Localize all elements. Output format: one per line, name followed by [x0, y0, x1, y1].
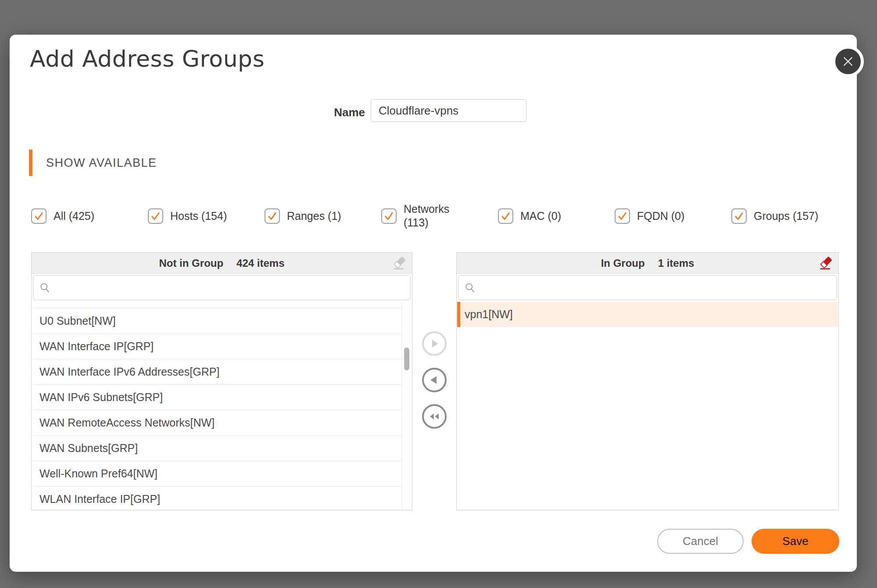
list-item-label: WAN Interface IPv6 Addresses[GRP] [39, 366, 219, 378]
type-filter[interactable]: Groups (157) [731, 208, 818, 224]
clear-group-eraser-icon[interactable] [817, 255, 835, 272]
in-group-list: vpn1[NW] [457, 302, 838, 509]
add-address-groups-dialog: Add Address Groups Name SHOW AVAILABLE A… [10, 35, 857, 572]
list-item[interactable]: WAN RemoteAccess Networks[NW] [32, 410, 402, 436]
not-in-group-list: U0 Subnet[NW] WAN Interface IP[GRP] WAN … [32, 302, 402, 509]
type-filter-row: All (425) Hosts (154) Ranges (1) [31, 198, 818, 234]
type-filter[interactable]: Ranges (1) [265, 208, 381, 224]
panel-item-count: 1 items [658, 257, 694, 269]
not-in-group-header: Not in Group 424 items [32, 253, 412, 274]
type-filter[interactable]: Networks (113) [381, 202, 498, 229]
in-group-panel: In Group 1 items [456, 252, 839, 510]
panel-title: Not in Group [159, 257, 223, 269]
clear-selection-eraser-icon[interactable] [391, 255, 408, 272]
move-right-button[interactable] [422, 331, 447, 356]
list-item-label: WAN IPv6 Subnets[GRP] [39, 391, 163, 403]
list-item[interactable]: Well-Known Pref64[NW] [32, 461, 402, 487]
list-item[interactable]: WLAN Interface IP[GRP] [32, 487, 402, 509]
section-accent-bar [29, 150, 32, 176]
transfer-controls [422, 331, 447, 429]
list-item-label: WLAN Interface IP[GRP] [39, 493, 160, 505]
list-item[interactable]: vpn1[NW] [457, 302, 838, 327]
type-filter[interactable]: Hosts (154) [148, 208, 265, 224]
in-group-header: In Group 1 items [457, 253, 838, 274]
save-button[interactable]: Save [752, 529, 839, 554]
list-item-label: WAN Subnets[GRP] [39, 442, 138, 454]
screen-backdrop: Add Address Groups Name SHOW AVAILABLE A… [0, 0, 877, 588]
filter-label: FQDN (0) [637, 209, 684, 223]
list-item[interactable]: WAN Interface IPv6 Addresses[GRP] [32, 359, 402, 385]
filter-label: Groups (157) [754, 209, 818, 223]
filter-label: Ranges (1) [287, 209, 341, 223]
show-available-section: SHOW AVAILABLE [29, 150, 157, 176]
checkbox-checked-icon[interactable] [498, 208, 513, 224]
list-item[interactable]: WAN Interface IP[GRP] [32, 334, 402, 359]
list-item-label: WAN RemoteAccess Networks[NW] [39, 416, 215, 429]
close-button[interactable] [832, 46, 864, 77]
filter-label: Hosts (154) [170, 209, 227, 223]
name-input[interactable] [371, 99, 526, 122]
partial-row [32, 302, 402, 308]
list-item-label: WAN Interface IP[GRP] [39, 340, 154, 352]
move-left-button[interactable] [422, 368, 447, 392]
panel-item-count: 424 items [236, 257, 284, 269]
dialog-title: Add Address Groups [30, 44, 265, 73]
list-item[interactable]: WAN IPv6 Subnets[GRP] [32, 385, 402, 410]
checkbox-checked-icon[interactable] [381, 208, 397, 224]
checkbox-checked-icon[interactable] [731, 208, 747, 224]
type-filter[interactable]: FQDN (0) [615, 208, 731, 224]
list-item[interactable]: U0 Subnet[NW] [32, 308, 402, 334]
scrollbar-thumb[interactable] [404, 348, 409, 370]
checkbox-checked-icon[interactable] [265, 208, 280, 224]
search-input[interactable] [33, 275, 411, 300]
checkbox-checked-icon[interactable] [615, 208, 630, 224]
close-icon [841, 55, 855, 68]
scrollbar-track[interactable] [401, 302, 412, 509]
cancel-button[interactable]: Cancel [657, 529, 744, 554]
filter-label: Networks (113) [404, 202, 458, 229]
in-group-search [458, 275, 837, 300]
list-item-label: U0 Subnet[NW] [39, 315, 116, 327]
move-all-left-button[interactable] [422, 404, 447, 429]
checkbox-checked-icon[interactable] [31, 208, 47, 224]
type-filter[interactable]: All (425) [31, 208, 148, 224]
not-in-group-search [33, 275, 411, 300]
panel-title: In Group [601, 257, 645, 269]
not-in-group-panel: Not in Group 424 items [31, 252, 412, 510]
name-label: Name [290, 106, 365, 119]
filter-label: All (425) [54, 209, 94, 223]
type-filter[interactable]: MAC (0) [498, 208, 615, 224]
checkbox-checked-icon[interactable] [148, 208, 163, 224]
list-item-label: Well-Known Pref64[NW] [39, 467, 158, 480]
search-input[interactable] [458, 275, 837, 300]
list-item-label: vpn1[NW] [465, 308, 513, 320]
list-item[interactable]: WAN Subnets[GRP] [32, 436, 402, 461]
filter-label: MAC (0) [520, 209, 561, 223]
section-label: SHOW AVAILABLE [46, 156, 157, 170]
